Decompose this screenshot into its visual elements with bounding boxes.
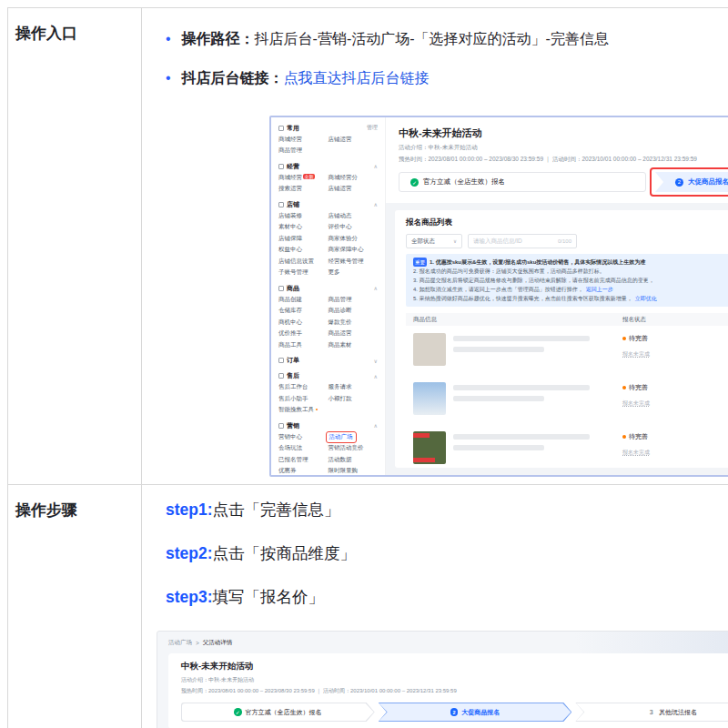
notice-line: 2. 报名成功的商品均可免费获得：店铺页大促氛围布置，活动商品多样款打标。 bbox=[413, 267, 728, 276]
folder-icon bbox=[278, 202, 284, 207]
sidebar-menu-item[interactable]: 商城经营全新 bbox=[278, 174, 329, 182]
folder-icon bbox=[278, 358, 284, 363]
manage-link[interactable]: 管理 bbox=[367, 124, 378, 132]
chevron-icon: ∧ bbox=[374, 373, 378, 379]
bullet-backend-link: • 抖店后台链接： 点我直达抖店后台链接 bbox=[166, 69, 728, 88]
notice-line: 3. 商品提交报名后将锁定商品规格修改与删除，活动结束后解除，请在报名前完成商品… bbox=[413, 276, 728, 285]
product-search-input[interactable]: 请输入商品信息/ID 0/100 bbox=[468, 234, 577, 248]
sidebar-menu-item[interactable]: 售后小助手 bbox=[278, 395, 329, 403]
redacted-text-bar bbox=[453, 434, 590, 440]
sidebar-menu-item[interactable]: 店铺动态 bbox=[329, 212, 379, 220]
sidebar-section-header[interactable]: 店铺 ∧ bbox=[278, 198, 378, 210]
sidebar-menu-item[interactable]: 会场玩法 bbox=[278, 444, 329, 452]
sidebar-menu-item[interactable]: 商品工具 bbox=[278, 341, 329, 349]
sidebar-menu-item[interactable]: 子账号管理 bbox=[278, 268, 329, 277]
sidebar-menu-item[interactable]: 权益中心 bbox=[278, 246, 329, 254]
sidebar-menu-item[interactable]: 小额打款 bbox=[329, 395, 379, 403]
sidebar-item-activity-plaza-highlighted: 活动广场 bbox=[329, 433, 354, 441]
sidebar-menu-item[interactable]: 商家保障中心 bbox=[329, 246, 379, 254]
folder-icon bbox=[278, 286, 284, 291]
status-filter-select[interactable]: 全部状态 ∨ bbox=[406, 234, 462, 248]
tab-promo-product-signup[interactable]: 2 大促商品报名 bbox=[379, 703, 572, 722]
sidebar-menu-item[interactable]: 商品创建 bbox=[278, 296, 329, 304]
sidebar-section-header[interactable]: 常用 管理 bbox=[278, 122, 378, 134]
sidebar-menu-item[interactable]: 活动广场 bbox=[329, 433, 379, 441]
link-label: 抖店后台链接： bbox=[182, 69, 284, 88]
sidebar-section-operate: 经营 ∧ 商城经营全新商城经营分搜索运营店铺运营 bbox=[278, 160, 378, 195]
steps-content: step1:点击「完善信息」 step2:点击「按商品维度」 step3:填写「… bbox=[142, 485, 728, 728]
activity-title: 中秋-未来开始活动 bbox=[399, 126, 728, 140]
breadcrumb: 活动广场 > 父活动详情 bbox=[168, 639, 728, 647]
sidebar-menu-item[interactable]: 商品素材 bbox=[329, 341, 379, 349]
char-counter: 0/100 bbox=[558, 238, 571, 244]
sidebar-menu-item[interactable]: 限时限量购 bbox=[329, 467, 379, 475]
sidebar-menu-item[interactable]: 搜索运营 bbox=[278, 185, 329, 193]
sidebar-menu-item[interactable]: 营销活动竞价 bbox=[329, 444, 379, 452]
sidebar-menu-item[interactable]: 优价推手 bbox=[278, 329, 329, 338]
sidebar-menu-item[interactable]: 优惠券 bbox=[278, 467, 329, 475]
sidebar-menu-item[interactable]: 活动数据 bbox=[329, 456, 379, 464]
sidebar-menu-item[interactable]: 营销中心 bbox=[278, 433, 329, 441]
sidebar-menu-item[interactable]: 爆款竞价 bbox=[329, 318, 379, 327]
step-line-1: step1:点击「完善信息」 bbox=[166, 500, 728, 520]
product-row: 待完善报名未完成原价¥0.01 – ¥1报名价–商家让利比例13% bbox=[406, 375, 728, 424]
sidebar-menu-item[interactable]: 评价中心 bbox=[329, 223, 379, 231]
signup-status: 待完善报名未完成 bbox=[622, 333, 728, 359]
sidebar-items: 营销中心活动广场会场玩法营销活动竞价已报名管理活动数据优惠券限时限量购 bbox=[278, 431, 378, 475]
sidebar-items: 商城经营店铺运营商品管理 bbox=[278, 134, 378, 157]
sidebar-menu-item[interactable]: 店铺运营 bbox=[329, 136, 379, 144]
breadcrumb-activity-plaza[interactable]: 活动广场 bbox=[168, 639, 192, 647]
product-name-redacted bbox=[446, 382, 622, 407]
sidebar-menu-item[interactable]: 商城经营分 bbox=[329, 174, 379, 182]
sidebar-section-common: 常用 管理 商城经营店铺运营商品管理 bbox=[278, 122, 378, 157]
sidebar-section-header[interactable]: 订单 ∨ bbox=[278, 355, 378, 367]
sidebar-menu-item[interactable]: 售后工作台 bbox=[278, 383, 329, 391]
sidebar-menu-item[interactable]: 商品运营 bbox=[329, 329, 379, 338]
sidebar-menu-item[interactable]: 经营账号管理 bbox=[329, 258, 379, 266]
sidebar-menu-item[interactable]: 商机中心 bbox=[278, 318, 329, 327]
sidebar-menu-item[interactable]: 商品诊断 bbox=[329, 307, 379, 315]
tab-other-gameplay-signup[interactable]: 3 其他玩法报名 bbox=[575, 703, 728, 722]
notice-link[interactable]: 返回上一步 bbox=[586, 285, 613, 294]
sidebar-menu-item[interactable]: 素材中心 bbox=[278, 223, 329, 231]
tab-label: 大促商品报名 bbox=[461, 708, 500, 717]
sidebar-menu-item[interactable]: 商品管理 bbox=[278, 147, 329, 155]
backend-link[interactable]: 点我直达抖店后台链接 bbox=[284, 69, 430, 88]
sidebar-menu-item[interactable]: 店铺信息设置 bbox=[278, 258, 329, 266]
status-dot-icon bbox=[622, 435, 626, 439]
document-page: 操作入口 • 操作路径： 抖店后台-营销-活动广场-「选择对应的活动」-完善信息… bbox=[0, 0, 728, 728]
sidebar-menu-item[interactable]: 店铺装修 bbox=[278, 212, 329, 220]
redacted-text-bar bbox=[453, 396, 544, 401]
activity-intro: 活动介绍：中秋-未来开始活动 bbox=[399, 144, 728, 152]
product-name-redacted bbox=[446, 333, 622, 358]
sidebar-menu-item[interactable]: 店铺保障 bbox=[278, 235, 329, 243]
sidebar-menu-item[interactable]: 店铺运营 bbox=[329, 185, 379, 193]
sidebar-menu-item[interactable]: 商家体验分 bbox=[329, 235, 379, 243]
tab-official-discount[interactable]: ✓ 官方立减（全店生效）报名 bbox=[399, 172, 646, 192]
shop-sidebar: 常用 管理 商城经营店铺运营商品管理 经营 ∧ bbox=[271, 117, 386, 475]
chevron-icon: ∨ bbox=[374, 358, 378, 364]
sidebar-menu-item[interactable]: 已报名管理 bbox=[278, 456, 329, 464]
sidebar-section-header[interactable]: 售后 ∧ bbox=[278, 370, 378, 382]
table-row: 操作步骤 step1:点击「完善信息」 step2:点击「按商品维度」 step… bbox=[8, 485, 728, 728]
tab-promo-product-signup[interactable]: 2 大促商品报名 bbox=[655, 172, 728, 192]
tab-official-discount[interactable]: ✓ 官方立减（全店生效）报名 bbox=[181, 703, 375, 722]
notice-link[interactable]: 立即优化 bbox=[635, 294, 657, 303]
signup-status: 待完善报名未完成 bbox=[622, 382, 728, 409]
sidebar-menu-item[interactable]: 商品管理 bbox=[329, 296, 379, 304]
sidebar-items: 商城经营全新商城经营分搜索运营店铺运营 bbox=[278, 172, 378, 195]
sidebar-section-header[interactable]: 营销 ∧ bbox=[278, 420, 378, 431]
sidebar-menu-item[interactable]: 商城经营 bbox=[278, 136, 329, 144]
sidebar-menu-item[interactable]: 更多 bbox=[329, 268, 379, 277]
sidebar-section-header[interactable]: 经营 ∧ bbox=[278, 160, 378, 172]
folder-icon bbox=[278, 164, 284, 169]
product-row: 待完善报名未完成原价¥9.99报名价–商家让利比例13% bbox=[406, 326, 728, 375]
sidebar-menu-item[interactable]: 智能挽救工具• bbox=[278, 406, 329, 414]
row-label-steps: 操作步骤 bbox=[8, 485, 142, 728]
notice-line: 4. 如想取消立减生效，请返回上一步点击「管理商品」按钮进行操作，返回上一步 bbox=[413, 285, 728, 294]
sidebar-menu-item[interactable]: 仓储库存 bbox=[278, 307, 329, 315]
folder-icon bbox=[278, 126, 284, 131]
activity-time: 预热时间：2023/08/01 00:00:00 – 2023/08/30 23… bbox=[181, 687, 728, 695]
sidebar-menu-item[interactable]: 服务请求 bbox=[329, 383, 379, 391]
sidebar-section-header[interactable]: 商品 ∧ bbox=[278, 282, 378, 294]
